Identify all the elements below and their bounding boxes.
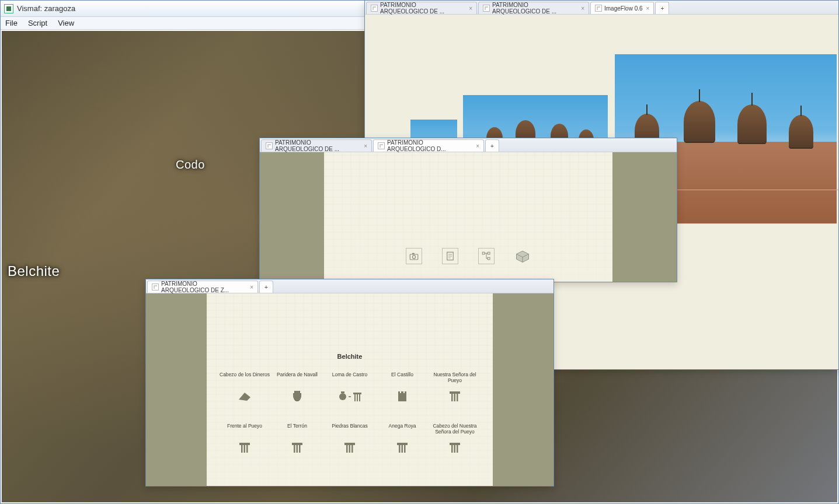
app-icon xyxy=(4,4,13,13)
site-el-terron[interactable]: El Terrón xyxy=(271,423,323,454)
patrimonio-lower-window: PATRIMONIO ARQUEOLOGICO DE Z... × + Belc… xyxy=(145,279,554,487)
svg-rect-30 xyxy=(297,445,298,453)
tab-patrimonio-z[interactable]: PATRIMONIO ARQUEOLOGICO DE Z... × xyxy=(147,281,258,293)
site-label: Loma de Castro xyxy=(332,372,367,384)
new-tab-button[interactable]: + xyxy=(259,281,273,293)
svg-rect-9 xyxy=(488,257,490,260)
svg-rect-12 xyxy=(295,391,300,393)
tab-label: PATRIMONIO ARQUEOLOGICO DE ... xyxy=(492,2,577,15)
camera-icon[interactable] xyxy=(406,248,422,264)
svg-rect-29 xyxy=(294,445,295,453)
page-icon xyxy=(483,5,490,12)
column-icon xyxy=(289,440,305,454)
close-icon[interactable]: × xyxy=(646,5,650,12)
site-label: Frente al Pueyo xyxy=(227,423,262,436)
svg-rect-27 xyxy=(246,445,248,453)
svg-rect-35 xyxy=(351,445,353,453)
site-grid: Cabezo de los Dineros Paridera de Navall… xyxy=(218,372,481,454)
svg-rect-16 xyxy=(353,393,361,394)
urn-column-icon xyxy=(337,389,363,403)
column-icon xyxy=(342,440,358,454)
tab-patrimonio-a[interactable]: PATRIMONIO ARQUEOLOGICO DE ... × xyxy=(261,139,372,152)
site-paridera-navall[interactable]: Paridera de Navall xyxy=(271,372,323,403)
svg-rect-41 xyxy=(451,445,453,453)
close-icon[interactable]: × xyxy=(476,143,479,149)
urn-icon xyxy=(289,389,305,403)
map-label-belchite: Belchite xyxy=(8,263,60,279)
svg-rect-42 xyxy=(454,445,456,453)
side-right xyxy=(493,293,553,486)
tabstrip: PATRIMONIO ARQUEOLOGICO DE Z... × + xyxy=(146,279,553,293)
close-icon[interactable]: × xyxy=(250,284,253,290)
close-icon[interactable]: × xyxy=(581,5,584,12)
svg-rect-23 xyxy=(457,394,458,401)
site-piedras-blancas[interactable]: Piedras Blancas xyxy=(323,423,376,454)
svg-rect-32 xyxy=(344,443,355,445)
column-icon xyxy=(447,389,463,403)
svg-rect-21 xyxy=(451,394,453,401)
page-icon xyxy=(152,284,159,290)
tab-patrimonio-b[interactable]: PATRIMONIO ARQUEOLOGICO D... × xyxy=(373,139,484,152)
patrimonio-page xyxy=(260,152,677,282)
side-left xyxy=(146,293,207,486)
menu-script[interactable]: Script xyxy=(28,19,47,27)
fragment-icon xyxy=(236,389,253,403)
side-right xyxy=(612,152,677,282)
tree-icon[interactable] xyxy=(478,248,495,264)
site-frente-pueyo[interactable]: Frente al Pueyo xyxy=(218,423,271,454)
svg-rect-18 xyxy=(357,394,358,401)
site-label: Cabezo de los Dineros xyxy=(220,372,270,384)
model3d-icon[interactable] xyxy=(514,248,531,264)
column-icon xyxy=(236,440,253,454)
site-el-castillo[interactable]: El Castillo xyxy=(376,372,429,403)
tab-label: PATRIMONIO ARQUEOLOGICO D... xyxy=(387,139,472,152)
tab-patrimonio-1[interactable]: PATRIMONIO ARQUEOLOGICO DE ... × xyxy=(366,2,477,14)
close-icon[interactable]: × xyxy=(469,5,472,12)
svg-point-1 xyxy=(412,256,415,258)
site-label: Piedras Blancas xyxy=(332,423,367,436)
menu-file[interactable]: File xyxy=(5,19,18,27)
svg-rect-20 xyxy=(450,391,460,394)
svg-rect-33 xyxy=(346,445,348,453)
page-icon xyxy=(378,142,385,149)
svg-rect-39 xyxy=(404,445,406,453)
site-ns-pueyo[interactable]: Nuestra Señora del Pueyo xyxy=(429,372,481,403)
svg-rect-26 xyxy=(244,445,246,453)
patrimonio-page: Belchite Cabezo de los Dineros Paridera … xyxy=(146,293,553,486)
close-icon[interactable]: × xyxy=(364,143,367,149)
svg-rect-37 xyxy=(399,445,401,453)
svg-rect-7 xyxy=(482,252,485,254)
map-label-codo: Codo xyxy=(176,158,205,172)
svg-rect-8 xyxy=(488,252,490,254)
page-title: Belchite xyxy=(337,353,363,360)
tab-label: PATRIMONIO ARQUEOLOGICO DE ... xyxy=(380,2,465,15)
new-tab-button[interactable]: + xyxy=(485,139,499,152)
svg-point-13 xyxy=(339,393,346,400)
svg-rect-28 xyxy=(292,443,302,445)
new-tab-button[interactable]: + xyxy=(655,2,669,14)
svg-rect-14 xyxy=(341,391,344,393)
site-cabezo-dineros[interactable]: Cabezo de los Dineros xyxy=(218,372,271,403)
patrimonio-upper-window: PATRIMONIO ARQUEOLOGICO DE ... × PATRIMO… xyxy=(259,138,677,282)
site-label: Anega Roya xyxy=(389,423,416,436)
svg-rect-24 xyxy=(239,443,250,445)
tab-imageflow[interactable]: ImageFlow 0.6 × xyxy=(590,2,654,14)
svg-rect-31 xyxy=(299,445,301,453)
column-icon xyxy=(447,440,463,454)
window-title: Vismaf: zaragoza xyxy=(17,4,75,13)
tab-label: ImageFlow 0.6 xyxy=(604,5,643,12)
svg-rect-17 xyxy=(354,394,356,401)
svg-rect-36 xyxy=(397,443,408,445)
site-loma-castro[interactable]: Loma de Castro xyxy=(323,372,376,403)
site-anega-roya[interactable]: Anega Roya xyxy=(376,423,429,454)
menu-view[interactable]: View xyxy=(58,19,74,27)
column-icon xyxy=(394,440,410,454)
page-icon xyxy=(266,142,273,149)
svg-rect-19 xyxy=(359,394,360,401)
document-icon[interactable] xyxy=(442,248,458,264)
site-cabezo-ns-pueyo[interactable]: Cabezo del Nuestra Señora del Pueyo xyxy=(429,423,481,454)
site-label: El Terrón xyxy=(287,423,307,436)
tab-label: PATRIMONIO ARQUEOLOGICO DE Z... xyxy=(161,281,246,293)
tabstrip: PATRIMONIO ARQUEOLOGICO DE ... × PATRIMO… xyxy=(365,1,838,15)
tab-patrimonio-2[interactable]: PATRIMONIO ARQUEOLOGICO DE ... × xyxy=(478,2,589,14)
